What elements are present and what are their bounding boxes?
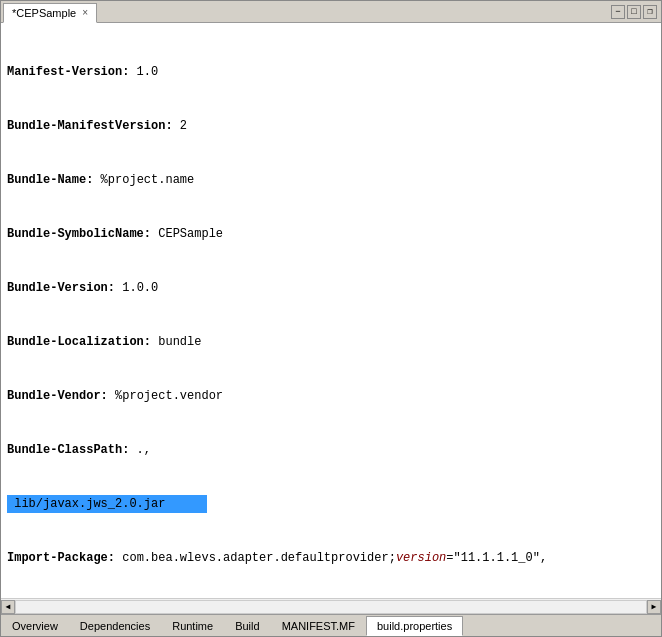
line-6: Bundle-Localization: bundle	[7, 333, 655, 351]
tab-dependencies[interactable]: Dependencies	[69, 616, 161, 636]
tab-overview[interactable]: Overview	[1, 616, 69, 636]
scroll-right-button[interactable]: ▶	[647, 600, 661, 614]
line-5: Bundle-Version: 1.0.0	[7, 279, 655, 297]
line-10: Import-Package: com.bea.wlevs.adapter.de…	[7, 549, 655, 567]
window-controls: − □ ❐	[611, 5, 661, 19]
bottom-tab-strip: Overview Dependencies Runtime Build MANI…	[1, 614, 661, 636]
tab-manifest-mf[interactable]: MANIFEST.MF	[271, 616, 366, 636]
minimize-button[interactable]: −	[611, 5, 625, 19]
tab-label: *CEPSample	[12, 7, 76, 19]
restore-button[interactable]: ❐	[643, 5, 657, 19]
h-scroll-track[interactable]	[15, 600, 647, 614]
main-window: *CEPSample × − □ ❐ Manifest-Version: 1.0…	[0, 0, 662, 637]
tab-bar: *CEPSample × − □ ❐	[1, 1, 661, 23]
line-7: Bundle-Vendor: %project.vendor	[7, 387, 655, 405]
line-4: Bundle-SymbolicName: CEPSample	[7, 225, 655, 243]
line-1: Manifest-Version: 1.0	[7, 63, 655, 81]
scroll-left-button[interactable]: ◀	[1, 600, 15, 614]
tab-close-button[interactable]: ×	[82, 7, 88, 18]
horizontal-scrollbar[interactable]: ◀ ▶	[1, 598, 661, 614]
editor-content[interactable]: Manifest-Version: 1.0 Bundle-ManifestVer…	[1, 23, 661, 598]
tab-build-properties[interactable]: build.properties	[366, 616, 463, 636]
line-8: Bundle-ClassPath: .,	[7, 441, 655, 459]
tab-runtime[interactable]: Runtime	[161, 616, 224, 636]
line-3: Bundle-Name: %project.name	[7, 171, 655, 189]
editor-area: Manifest-Version: 1.0 Bundle-ManifestVer…	[1, 23, 661, 614]
tab-build[interactable]: Build	[224, 616, 270, 636]
line-9-highlighted: lib/javax.jws_2.0.jar	[7, 495, 655, 513]
maximize-button[interactable]: □	[627, 5, 641, 19]
editor-tab[interactable]: *CEPSample ×	[3, 3, 97, 23]
line-2: Bundle-ManifestVersion: 2	[7, 117, 655, 135]
